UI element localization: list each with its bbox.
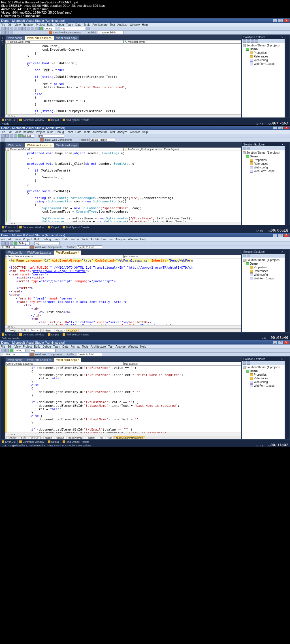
tree-item[interactable]: Web.config (243, 166, 284, 169)
find-results-tab[interactable]: Find Symbol Results (61, 118, 91, 122)
solution-explorer-toolbar[interactable] (242, 146, 285, 150)
command-window-tab[interactable]: Command Window (18, 118, 46, 122)
menu-item[interactable]: Team (66, 23, 73, 26)
window-title-bar[interactable]: Demo - Microsoft Visual Studio (Administ… (0, 340, 290, 345)
menu-item[interactable]: Tools (82, 238, 88, 241)
member-dropdown[interactable]: 🔧ValidateForm() (123, 40, 242, 44)
tree-item[interactable]: Properties (243, 158, 284, 162)
tree-item[interactable]: Properties (243, 373, 284, 376)
right-rail[interactable] (285, 250, 289, 332)
install-icon[interactable] (40, 138, 44, 142)
tab-webform-aspx[interactable]: WebForm1.aspx (54, 143, 79, 147)
toolbar-icon[interactable] (1, 134, 5, 138)
solution-tree[interactable]: Solution 'Demo' (1 project) Demo Propert… (242, 43, 285, 117)
tab-web-config[interactable]: Web.config (6, 36, 25, 40)
menu-item[interactable]: Window (130, 130, 140, 134)
menu-item[interactable]: View (14, 345, 21, 348)
menu-item[interactable]: Help (140, 345, 146, 348)
menu-item[interactable]: Data (62, 345, 68, 348)
panel-close-icon[interactable]: ✕ (281, 143, 283, 146)
menu-item[interactable]: Project (36, 130, 45, 134)
zoom-bar[interactable]: 100 %▾ (5, 325, 241, 328)
tab-web-config[interactable]: Web.config (6, 358, 25, 362)
menu-item[interactable]: Tools (84, 130, 90, 134)
redo-icon[interactable] (35, 27, 39, 30)
toolbar-icon[interactable] (5, 134, 9, 138)
tab-webform-aspx[interactable]: WebForm1.aspx (54, 36, 79, 40)
window-title-bar[interactable]: Demo - Microsoft Visual Studio (Administ… (0, 18, 290, 23)
toolbar-1[interactable]: Debug img (0, 27, 290, 31)
tree-item[interactable]: References (243, 269, 284, 273)
menu-item[interactable]: View (14, 238, 21, 241)
toolbar-2[interactable]: Install Web Components Publish: Create P… (0, 31, 290, 35)
install-web-components[interactable]: Install Web Components (53, 31, 81, 34)
code-text[interactable]: protected void Page_Load(object sender, … (10, 151, 241, 222)
find-icon[interactable] (86, 27, 89, 30)
install-web-components[interactable]: Install Web Components (35, 246, 62, 249)
menu-item[interactable]: Test (108, 238, 113, 241)
paste-icon[interactable] (27, 27, 30, 30)
tab-webform-cs[interactable]: WebForm1.aspx.cs (25, 36, 54, 40)
find-results-tab[interactable]: Find Symbol Results (61, 333, 91, 336)
document-tabs[interactable]: Web.config WebForm1.aspx.cs WebForm1.asp… (5, 250, 241, 255)
menu-item[interactable]: Format (71, 238, 80, 241)
tree-project[interactable]: Demo (243, 47, 284, 51)
bottom-panel-tabs[interactable]: Error List Command Window Output Find Sy… (0, 440, 290, 444)
command-window-tab[interactable]: Command Window (18, 440, 46, 444)
crumb[interactable]: <html> (43, 329, 54, 332)
menu-item[interactable]: Debug (56, 23, 64, 26)
command-window-tab[interactable]: Command Window (18, 225, 46, 229)
tree-item[interactable]: WebForm1.aspx (243, 169, 284, 173)
tab-web-config[interactable]: Web.config (6, 143, 25, 147)
menu-item[interactable]: Data (75, 130, 81, 134)
solution-explorer-title[interactable]: Solution Explorer✕ (242, 357, 285, 361)
maximize-button[interactable]: ▢ (278, 126, 283, 130)
solution-explorer-toolbar[interactable] (242, 361, 285, 365)
toolbox-tab[interactable]: Toolbox (1, 37, 4, 46)
se-icon[interactable] (247, 361, 250, 365)
output-tab[interactable]: Output (46, 333, 61, 336)
minimize-button[interactable]: _ (272, 126, 278, 130)
tree-root[interactable]: Solution 'Demo' (1 project) (243, 151, 284, 155)
tree-item[interactable]: Web.config (243, 58, 284, 62)
tab-webform-aspx[interactable]: WebForm1.aspx * (54, 251, 81, 255)
cut-icon[interactable] (18, 27, 22, 30)
publish-dropdown[interactable]: Create Publish Settings (77, 245, 102, 249)
code-editor[interactable]: if (document.getElementById("txtFirstNam… (5, 366, 241, 433)
solution-explorer-title[interactable]: Solution Explorer✕ (242, 250, 285, 254)
right-rail[interactable] (285, 357, 289, 439)
minimize-button[interactable]: _ (272, 19, 278, 22)
menu-item[interactable]: Edit (7, 345, 12, 348)
menu-item[interactable]: Data (75, 23, 81, 26)
code-text[interactable]: <%@ Page Language="C#" AutoEventWireup="… (7, 258, 241, 325)
find-box[interactable]: img (39, 134, 64, 138)
tree-item[interactable]: Web.config (243, 380, 284, 384)
install-web-components[interactable]: Install Web Components (35, 353, 62, 356)
output-tab[interactable]: Output (46, 440, 61, 444)
tree-root[interactable]: Solution 'Demo' (1 project) (243, 258, 284, 262)
find-box[interactable]: img (60, 27, 85, 30)
events-dropdown[interactable]: (No Events) (123, 255, 242, 258)
right-rail[interactable] (285, 35, 289, 117)
toolbar-2[interactable]: XHTML 1.0 Transition Install Web Compone… (0, 245, 290, 249)
toolbar-icon[interactable] (1, 138, 5, 142)
minimize-button[interactable]: _ (272, 234, 278, 237)
document-tabs[interactable]: Web.config WebForm1.aspx.cs WebForm1.asp… (5, 35, 241, 40)
tree-project[interactable]: Demo (243, 262, 284, 266)
tab-webform-cs[interactable]: WebForm1.aspx.cs (25, 251, 54, 255)
zoom-bar[interactable]: 100 %▾ (5, 114, 241, 117)
solution-explorer-toolbar[interactable] (242, 254, 285, 258)
class-dropdown[interactable]: 📋Demo.WebForm1 (5, 147, 123, 151)
error-list-tab[interactable]: Error List (0, 118, 18, 122)
code-text[interactable]: con.Open(); cmd.ExecuteNonQuery(); } } p… (10, 44, 241, 114)
left-rail[interactable] (1, 357, 5, 439)
toolbar-icon[interactable] (1, 241, 5, 245)
menu-item[interactable]: Format (71, 345, 80, 348)
config-dropdown[interactable]: Debug (44, 27, 55, 30)
crumb[interactable]: <html> (43, 436, 54, 439)
tree-item[interactable]: Web.config (243, 273, 284, 277)
run-icon[interactable] (39, 27, 43, 30)
tree-project[interactable]: Demo (243, 155, 284, 158)
menu-bar[interactable]: FileEditViewRefactorProjectBuildDebugTea… (0, 130, 290, 134)
new-project-icon[interactable] (1, 27, 5, 30)
